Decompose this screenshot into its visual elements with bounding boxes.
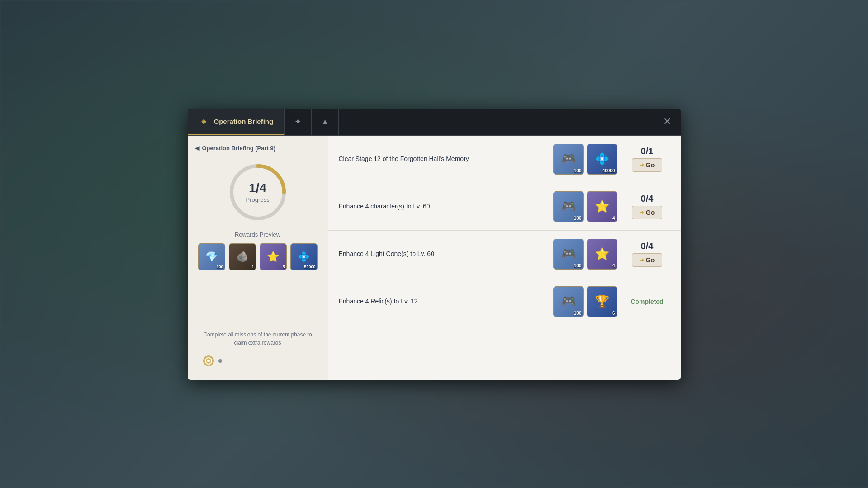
mission-reward-item: 🎮 100	[553, 144, 584, 175]
reward-count: 5	[282, 265, 285, 269]
reward-count: 50000	[304, 265, 315, 269]
mission-rewards: 🎮 100 💠 40000	[553, 144, 617, 175]
tab-second-icon: ✦	[294, 117, 301, 127]
progress-text: 1/4 Progress	[246, 181, 269, 203]
rewards-row: 💎 100 🪨 1 ⭐ 5 💠 50000	[198, 243, 318, 270]
go-arrow-icon: ➜	[640, 257, 644, 263]
reward-count: 4	[612, 216, 615, 221]
bottom-icon	[202, 355, 215, 367]
mission-status: Completed	[625, 298, 670, 305]
go-arrow-icon: ➜	[640, 162, 644, 168]
go-arrow-icon: ➜	[640, 209, 644, 216]
mission-progress-text: 0/1	[641, 146, 654, 156]
reward-count: 1	[251, 265, 254, 269]
mission-row: Enhance 4 Light Cone(s) to Lv. 60 🎮 100 …	[328, 231, 681, 278]
progress-circle: 1/4 Progress	[226, 161, 289, 224]
mission-rewards: 🎮 100 ⭐ 4	[553, 191, 617, 222]
left-panel: ◀ Operation Briefing (Part 9) 1/4 Progre…	[188, 136, 328, 380]
mission-progress-text: 0/4	[641, 241, 654, 251]
reward-item: 💎 100	[198, 243, 225, 270]
reward-count: 100	[574, 168, 582, 173]
mission-progress-text: 0/4	[641, 194, 654, 204]
mission-rewards: 🎮 100 ⭐ 4	[553, 239, 617, 270]
mission-status: 0/4➜Go	[625, 241, 670, 267]
tab-briefing-icon: ◈	[199, 116, 209, 127]
mission-reward-item: 🎮 100	[553, 286, 584, 317]
content-area: ◀ Operation Briefing (Part 9) 1/4 Progre…	[188, 136, 681, 380]
go-button[interactable]: ➜Go	[632, 206, 662, 219]
close-icon: ✕	[663, 116, 671, 128]
mission-status: 0/4➜Go	[625, 194, 670, 219]
mission-rewards: 🎮 100 🏆 6	[553, 286, 617, 317]
bottom-dot	[218, 359, 222, 363]
reward-count: 40000	[602, 168, 615, 173]
tab-briefing-label: Operation Briefing	[214, 118, 274, 125]
back-arrow-icon: ◀	[195, 145, 199, 152]
reward-item: 💠 50000	[290, 243, 318, 270]
reward-item: 🪨 1	[229, 243, 256, 270]
bottom-bar	[195, 351, 321, 371]
right-panel: Clear Stage 12 of the Forgotten Hall's M…	[328, 136, 681, 380]
tab-second[interactable]: ✦	[285, 109, 312, 135]
mission-desc: Enhance 4 Relic(s) to Lv. 12	[339, 297, 546, 306]
tab-third[interactable]: ▲	[312, 109, 339, 135]
complete-text: Complete all missions of the current pha…	[195, 331, 321, 347]
mission-desc: Enhance 4 character(s) to Lv. 60	[339, 202, 546, 211]
mission-row: Enhance 4 Relic(s) to Lv. 12 🎮 100 🏆 6 C…	[328, 278, 681, 325]
mission-desc: Enhance 4 Light Cone(s) to Lv. 60	[339, 249, 546, 259]
progress-label: Progress	[246, 196, 269, 203]
tab-operation-briefing[interactable]: ◈ Operation Briefing	[188, 109, 285, 135]
mission-reward-item: 🎮 100	[553, 239, 584, 270]
go-label: Go	[646, 161, 655, 169]
mission-reward-item: 💠 40000	[587, 144, 617, 175]
title-bar: ◈ Operation Briefing ✦ ▲ ✕	[188, 109, 681, 136]
mission-reward-item: ⭐ 4	[587, 191, 617, 222]
mission-desc: Clear Stage 12 of the Forgotten Hall's M…	[339, 154, 546, 164]
reward-count: 6	[612, 311, 615, 316]
go-label: Go	[646, 256, 655, 264]
reward-count: 100	[216, 265, 223, 269]
main-dialog: ◈ Operation Briefing ✦ ▲ ✕ ◀ Operation B…	[188, 109, 681, 380]
mission-row: Clear Stage 12 of the Forgotten Hall's M…	[328, 136, 681, 183]
svg-point-4	[207, 360, 210, 362]
mission-reward-item: ⭐ 4	[587, 239, 617, 270]
close-button[interactable]: ✕	[654, 109, 681, 136]
go-label: Go	[646, 209, 655, 216]
reward-item: ⭐ 5	[260, 243, 287, 270]
mission-reward-item: 🏆 6	[587, 286, 617, 317]
reward-count: 4	[612, 263, 615, 268]
go-button[interactable]: ➜Go	[632, 253, 662, 267]
rewards-preview-label: Rewards Preview	[235, 231, 280, 238]
reward-count: 100	[574, 311, 582, 316]
back-button[interactable]: ◀ Operation Briefing (Part 9)	[195, 145, 276, 152]
mission-row: Enhance 4 character(s) to Lv. 60 🎮 100 ⭐…	[328, 183, 681, 231]
progress-number: 1/4	[246, 181, 269, 194]
mission-reward-item: 🎮 100	[553, 191, 584, 222]
go-button[interactable]: ➜Go	[632, 158, 662, 172]
reward-count: 100	[574, 263, 582, 268]
tab-third-icon: ▲	[321, 117, 329, 127]
reward-count: 100	[574, 216, 582, 221]
completed-label: Completed	[631, 298, 663, 305]
mission-status: 0/1➜Go	[625, 146, 670, 172]
back-button-label: Operation Briefing (Part 9)	[202, 145, 276, 152]
